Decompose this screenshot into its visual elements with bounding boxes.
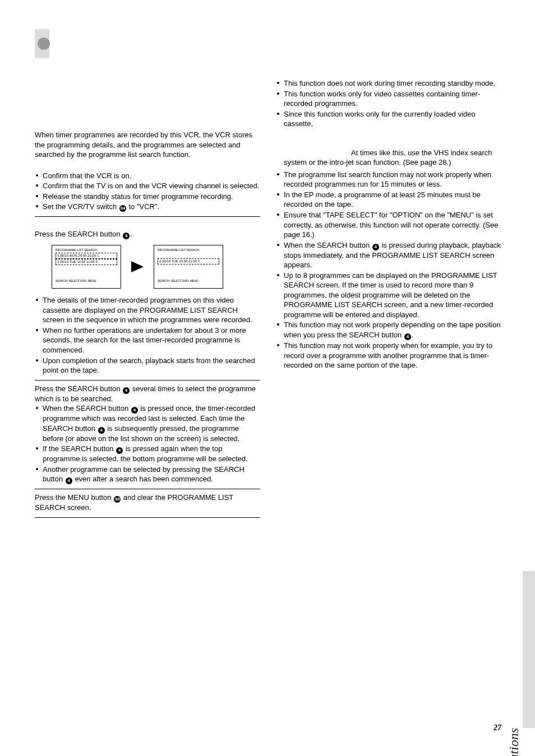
text: Press the SEARCH button	[35, 384, 122, 393]
screen-foot: SEARCH: SELECT END: MENU	[56, 280, 117, 283]
text: .	[412, 331, 414, 339]
screen-title: PROGRAMME LIST SEARCH	[56, 248, 117, 252]
section-icon	[35, 29, 58, 58]
text: even after a search has been commenced.	[73, 475, 213, 483]
text: to "VCR".	[127, 202, 159, 211]
screen-row: 2 29/10 TUE 10:30 11:00 3	[56, 259, 117, 265]
text: Press the SEARCH button	[35, 230, 122, 238]
list-item: This function may not work properly depe…	[276, 320, 501, 340]
list-item: If the SEARCH button 4 is pressed again …	[35, 444, 260, 464]
text: Press the MENU button	[35, 493, 113, 502]
list-item: Release the standby status for timer pro…	[35, 192, 260, 202]
notes-list-2: The programme list search function may n…	[276, 170, 501, 370]
list-item: Set the VCR/TV switch 34 to "VCR".	[35, 202, 260, 212]
list-item: This function does not work during timer…	[276, 78, 501, 89]
step-2: Press the SEARCH button 4 several times …	[35, 384, 260, 485]
text: Set the VCR/TV switch	[43, 202, 119, 211]
step-text: Press the SEARCH button 4 several times …	[35, 384, 260, 404]
text: When the SEARCH button	[43, 404, 131, 412]
list-item: When the SEARCH button 4 is pressed duri…	[276, 240, 501, 270]
arrow-right-icon	[131, 261, 144, 272]
divider	[35, 489, 260, 489]
screen-row: 1 28/10 MON 20:00 21:00 1	[56, 253, 117, 259]
circled-number-icon: 38	[114, 496, 121, 503]
screen-title: PROGRAMME LIST SEARCH	[158, 248, 219, 252]
circled-number-icon: 4	[131, 407, 138, 414]
list-item: Up to 8 programmes can be displayed on t…	[276, 271, 501, 320]
screen-after: PROGRAMME LIST SEARCH 2 29/10 TUE 10:30 …	[154, 245, 223, 289]
page-number: 27	[494, 723, 501, 734]
circled-number-icon: 4	[123, 233, 130, 239]
list-item: Since this function works only for the c…	[276, 109, 501, 129]
right-column: This function does not work during timer…	[276, 78, 501, 722]
content-columns: When timer programmes are recorded by th…	[35, 78, 501, 722]
step-text: Press the MENU button 38 and clear the P…	[35, 493, 260, 513]
list-item: Upon completion of the search, playback …	[35, 356, 260, 375]
notes-list: This function does not work during timer…	[276, 78, 501, 129]
list-item: Confirm that the VCR is on.	[35, 171, 260, 181]
divider	[35, 216, 260, 217]
step-3: Press the MENU button 38 and clear the P…	[35, 493, 260, 513]
step-1: Press the SEARCH button 4. PROGRAMME LIS…	[35, 229, 260, 375]
circled-number-icon: 4	[66, 477, 72, 484]
intro-text: When timer programmes are recorded by th…	[35, 130, 260, 160]
text: .	[130, 230, 132, 238]
screen-row: 2 29/10 TUE 10:30 11:00 3	[158, 258, 219, 265]
list-item: This function works only for video casse…	[276, 89, 501, 109]
text: When the SEARCH button	[284, 241, 372, 249]
list-item: When no further operations are undertake…	[35, 326, 260, 355]
circled-number-icon: 4	[372, 244, 379, 251]
circled-number-icon: 4	[116, 447, 123, 454]
step1-bullets: The details of the timer-recorded progra…	[35, 295, 260, 375]
side-tab-label: Advanced Operations	[507, 728, 520, 756]
divider	[35, 517, 260, 518]
indent-note: At times like this, use the VHS index se…	[284, 148, 501, 168]
list-item: The details of the timer-recorded progra…	[35, 295, 260, 325]
side-tab: Advanced Operations	[523, 571, 535, 728]
list-item: When the SEARCH button 4 is pressed once…	[35, 403, 260, 443]
left-column: When timer programmes are recorded by th…	[35, 78, 260, 722]
list-item: The programme list search function may n…	[276, 170, 501, 189]
list-item: Another programme can be selected by pre…	[35, 465, 260, 485]
circled-number-icon: 34	[119, 205, 126, 212]
circled-number-icon: 4	[404, 333, 411, 340]
screen-before: PROGRAMME LIST SEARCH 1 28/10 MON 20:00 …	[52, 245, 121, 289]
text: If the SEARCH button	[43, 444, 116, 453]
list-item: This function may not work properly when…	[276, 341, 501, 370]
list-item: In the EP mode, a programme of at least …	[276, 190, 501, 210]
screen-diagram: PROGRAMME LIST SEARCH 1 28/10 MON 20:00 …	[52, 245, 260, 289]
circled-number-icon: 4	[123, 387, 130, 394]
step2-bullets: When the SEARCH button 4 is pressed once…	[35, 403, 260, 484]
screen-foot: SEARCH: SELECT END: MENU	[158, 280, 219, 283]
step-text: Press the SEARCH button 4.	[35, 229, 260, 239]
page: When timer programmes are recorded by th…	[0, 0, 535, 756]
preparation-list: Confirm that the VCR is on. Confirm that…	[35, 171, 260, 212]
divider	[35, 380, 260, 381]
circled-number-icon: 4	[98, 427, 105, 434]
list-item: Ensure that "TAPE SELECT" for "OPTION" o…	[276, 210, 501, 240]
list-item: Confirm that the TV is on and the VCR vi…	[35, 181, 260, 191]
text: Since this function works only for the c…	[284, 110, 476, 128]
text: This function may not work properly depe…	[284, 321, 501, 339]
